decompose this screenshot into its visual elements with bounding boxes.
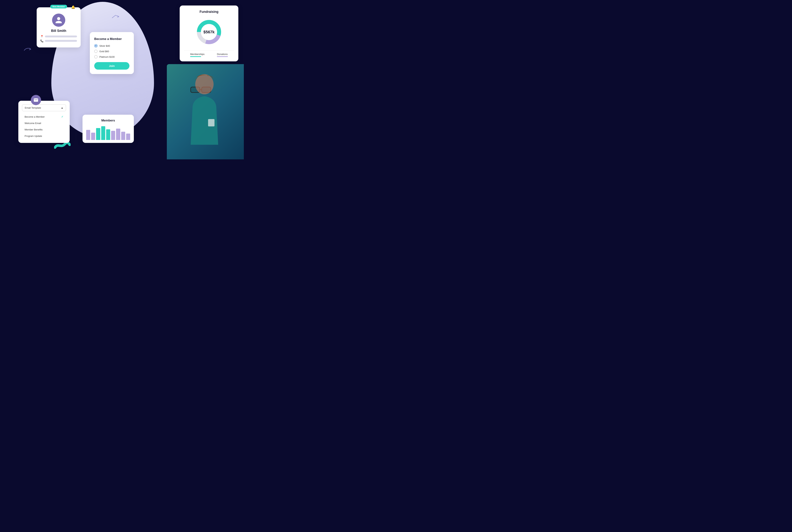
become-member-card: Become a Member Silver $40 Gold $60 Plat… bbox=[90, 32, 134, 74]
deco-arrow-top bbox=[112, 15, 119, 18]
option-platinum[interactable]: Platinum $100 bbox=[94, 55, 129, 58]
fundraising-amount: $567k bbox=[203, 30, 215, 35]
new-member-badge: New Member bbox=[50, 5, 67, 8]
svg-rect-8 bbox=[208, 119, 215, 127]
dropdown-item-member-benefits[interactable]: Member Benefits bbox=[22, 127, 66, 133]
option-platinum-label: Platinum $100 bbox=[99, 56, 115, 58]
dropdown-item-welcome-email[interactable]: Welcome Email bbox=[22, 120, 66, 127]
legend-donations-bar bbox=[217, 56, 228, 57]
profile-location-row: 📍 bbox=[40, 35, 77, 38]
svg-point-7 bbox=[195, 74, 214, 94]
members-chart-card: Members bbox=[82, 115, 134, 143]
phone-icon: 📞 bbox=[40, 39, 43, 42]
option-silver[interactable]: Silver $40 bbox=[94, 44, 129, 48]
bar-7 bbox=[121, 132, 125, 140]
check-icon: ✓ bbox=[61, 115, 63, 118]
bar-4 bbox=[106, 129, 110, 140]
email-template-select[interactable]: Email Template ▲ bbox=[22, 104, 66, 111]
dropdown-item-label: Become a Member bbox=[24, 115, 45, 118]
bar-3 bbox=[101, 126, 105, 140]
chevron-up-icon: ▲ bbox=[61, 107, 63, 109]
email-icon-bubble bbox=[31, 95, 41, 105]
chart-title: Members bbox=[86, 119, 130, 122]
dropdown-item-program-update[interactable]: Program Update bbox=[22, 133, 66, 139]
bar-0 bbox=[86, 130, 90, 140]
legend-donations-label: Donations bbox=[217, 53, 228, 56]
join-button[interactable]: Join bbox=[94, 62, 129, 70]
dropdown-item-label: Welcome Email bbox=[24, 122, 41, 125]
option-gold-label: Gold $60 bbox=[99, 50, 109, 53]
option-gold[interactable]: Gold $60 bbox=[94, 50, 129, 53]
radio-gold[interactable] bbox=[94, 50, 97, 53]
location-bar bbox=[45, 36, 77, 37]
profile-name: Bill Smith bbox=[40, 29, 77, 33]
bell-icon[interactable]: 🔔 bbox=[71, 5, 75, 9]
legend-memberships: Memberships bbox=[190, 53, 204, 57]
profile-phone-row: 📞 bbox=[40, 39, 77, 42]
dropdown-item-label: Member Benefits bbox=[24, 128, 42, 131]
fundraising-legend: Memberships Donations bbox=[184, 50, 234, 57]
legend-memberships-label: Memberships bbox=[190, 53, 204, 56]
bar-2 bbox=[96, 128, 100, 140]
email-template-dropdown: Become a Member ✓ Welcome Email Member B… bbox=[22, 113, 66, 139]
email-template-label: Email Template bbox=[25, 107, 41, 109]
phone-bar bbox=[45, 40, 77, 42]
radio-platinum[interactable] bbox=[94, 55, 97, 58]
membership-options: Silver $40 Gold $60 Platinum $100 bbox=[94, 44, 129, 58]
bar-5 bbox=[111, 131, 115, 140]
bar-8 bbox=[126, 134, 130, 140]
become-member-title: Become a Member bbox=[94, 37, 129, 41]
person-silhouette bbox=[167, 64, 244, 159]
person-photo bbox=[167, 64, 244, 159]
dropdown-item-label: Program Update bbox=[24, 135, 42, 137]
avatar bbox=[52, 14, 65, 27]
bar-6 bbox=[116, 129, 120, 140]
radio-silver[interactable] bbox=[94, 44, 97, 48]
location-icon: 📍 bbox=[40, 35, 43, 38]
dropdown-item-become-member[interactable]: Become a Member ✓ bbox=[22, 113, 66, 120]
fundraising-title: Fundraising bbox=[184, 10, 234, 14]
legend-donations: Donations bbox=[217, 53, 228, 57]
donut-chart: $567k bbox=[194, 17, 224, 47]
profile-card: New Member 🔔 Bill Smith 📍 📞 bbox=[37, 7, 81, 48]
option-silver-label: Silver $40 bbox=[99, 44, 110, 47]
deco-arrow-left bbox=[24, 47, 31, 52]
bar-chart bbox=[86, 125, 130, 140]
person-svg bbox=[180, 72, 231, 159]
legend-memberships-bar bbox=[190, 56, 201, 57]
email-template-card: Email Template ▲ Become a Member ✓ Welco… bbox=[18, 101, 70, 143]
fundraising-card: Fundraising $567k Memberships Donations bbox=[180, 5, 238, 61]
bar-1 bbox=[91, 133, 95, 140]
